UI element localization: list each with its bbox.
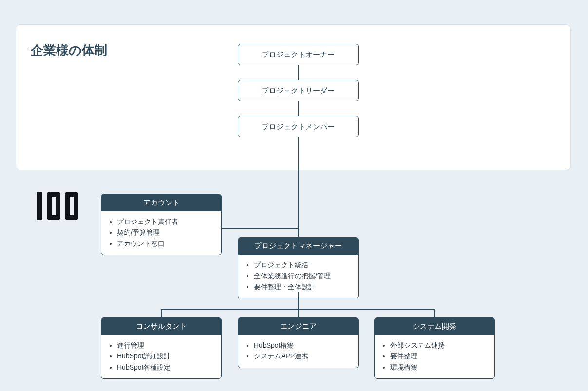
box-pm: プロジェクトマネージャー プロジェクト統括 全体業務進行の把握/管理 要件整理・… — [238, 237, 359, 298]
list-item: アカウント窓口 — [117, 238, 214, 249]
box-project-member: プロジェクトメンバー — [238, 116, 359, 137]
box-sysdev-title: システム開発 — [375, 318, 494, 335]
client-title: 企業様の体制 — [31, 42, 107, 59]
box-project-leader: プロジェクトリーダー — [238, 80, 359, 101]
box-project-leader-label: プロジェクトリーダー — [262, 86, 335, 95]
box-project-member-label: プロジェクトメンバー — [262, 122, 335, 131]
box-project-owner: プロジェクトオーナー — [238, 44, 359, 65]
list-item: 進行管理 — [117, 340, 214, 351]
box-project-owner-label: プロジェクトオーナー — [262, 50, 335, 59]
box-pm-body: プロジェクト統括 全体業務進行の把握/管理 要件整理・全体設計 — [238, 255, 358, 298]
list-item: 環境構築 — [390, 362, 488, 372]
list-item: プロジェクト責任者 — [117, 216, 214, 227]
connector-line — [298, 292, 299, 310]
list-item: システムAPP連携 — [254, 351, 351, 361]
box-consultant: コンサルタント 進行管理 HubSpot詳細設計 HubSpot各種設定 — [101, 317, 222, 379]
connector-line — [298, 101, 299, 116]
org-diagram: 企業様の体制 プロジェクトオーナー プロジェクトリーダー プロジェクトメンバー … — [0, 0, 588, 391]
connector-line — [161, 309, 162, 317]
box-sysdev: システム開発 外部システム連携 要件整理 環境構築 — [374, 317, 495, 379]
list-item: HubSpot構築 — [254, 340, 351, 351]
box-engineer-body: HubSpot構築 システムAPP連携 — [238, 335, 358, 368]
box-consultant-body: 進行管理 HubSpot詳細設計 HubSpot各種設定 — [101, 335, 221, 378]
connector-line — [298, 65, 299, 80]
list-item: HubSpot詳細設計 — [117, 351, 214, 361]
vendor-logo-icon — [37, 192, 78, 220]
list-item: HubSpot各種設定 — [117, 362, 214, 372]
list-item: 外部システム連携 — [390, 340, 488, 351]
connector-line — [434, 309, 435, 317]
box-consultant-title: コンサルタント — [101, 318, 221, 335]
connector-line — [222, 228, 298, 229]
list-item: プロジェクト統括 — [254, 260, 351, 270]
box-account-title: アカウント — [101, 194, 221, 211]
box-account-body: プロジェクト責任者 契約/予算管理 アカウント窓口 — [101, 211, 221, 255]
box-account: アカウント プロジェクト責任者 契約/予算管理 アカウント窓口 — [101, 194, 222, 255]
list-item: 要件整理・全体設計 — [254, 281, 351, 292]
box-engineer: エンジニア HubSpot構築 システムAPP連携 — [238, 317, 359, 368]
connector-line — [298, 137, 299, 237]
list-item: 契約/予算管理 — [117, 227, 214, 238]
connector-line — [298, 309, 299, 317]
box-engineer-title: エンジニア — [238, 318, 358, 335]
box-sysdev-body: 外部システム連携 要件整理 環境構築 — [375, 335, 494, 378]
list-item: 全体業務進行の把握/管理 — [254, 270, 351, 281]
list-item: 要件整理 — [390, 351, 488, 361]
box-pm-title: プロジェクトマネージャー — [238, 238, 358, 255]
